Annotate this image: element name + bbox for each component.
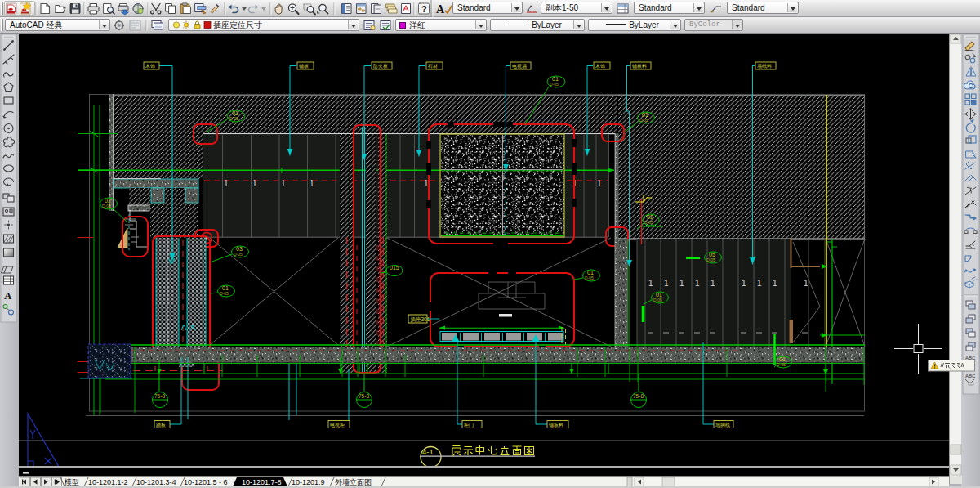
svg-text:D-05: D-05	[653, 298, 662, 302]
svg-text:铺板料: 铺板料	[548, 423, 564, 428]
svg-text:1: 1	[281, 179, 286, 188]
svg-text:05: 05	[709, 252, 715, 257]
svg-text:电视墙: 电视墙	[512, 63, 527, 69]
svg-text:踏板: 踏板	[156, 423, 166, 428]
svg-text:1: 1	[695, 279, 700, 288]
svg-text:1: 1	[757, 279, 762, 288]
svg-text:铺板料: 铺板料	[631, 64, 647, 69]
svg-text:墙纸料: 墙纸料	[757, 64, 772, 69]
svg-text:地脚线: 地脚线	[715, 422, 730, 428]
svg-text:1: 1	[710, 279, 715, 288]
svg-text:D-05: D-05	[234, 252, 243, 257]
svg-text:1: 1	[742, 279, 746, 288]
svg-text:75-8: 75-8	[633, 393, 644, 399]
svg-text:插座301: 插座301	[411, 316, 430, 323]
svg-text:1: 1	[252, 179, 257, 188]
svg-text:1: 1	[664, 279, 669, 288]
svg-text:A: A	[436, 3, 445, 16]
svg-text:01: 01	[656, 292, 662, 298]
svg-text:木饰: 木饰	[595, 64, 605, 69]
svg-text:01: 01	[552, 76, 559, 82]
svg-text:10-1201.1-2: 10-1201.1-2	[88, 478, 128, 486]
svg-text:02: 02	[105, 198, 111, 204]
svg-text:D-05: D-05	[644, 220, 653, 225]
svg-text:D-05: D-05	[777, 362, 786, 367]
svg-text:1: 1	[648, 279, 653, 288]
svg-text:01: 01	[587, 270, 594, 275]
svg-text:D-05: D-05	[706, 257, 715, 262]
svg-text:模型: 模型	[64, 478, 79, 486]
svg-text:1: 1	[310, 179, 314, 188]
svg-text:D-05: D-05	[229, 116, 238, 121]
svg-text:木饰: 木饰	[145, 64, 155, 69]
svg-text:10-1201.5 - 6: 10-1201.5 - 6	[184, 478, 228, 486]
svg-text:1: 1	[224, 179, 229, 188]
svg-text:10-1201.7-8: 10-1201.7-8	[242, 478, 282, 486]
svg-text:D-05: D-05	[639, 118, 648, 123]
svg-text:防火板: 防火板	[373, 63, 388, 69]
svg-text:015: 015	[390, 265, 399, 271]
svg-text:柜门: 柜门	[463, 422, 474, 428]
svg-text:75-8: 75-8	[154, 393, 165, 399]
svg-text:10-1201.3-4: 10-1201.3-4	[136, 478, 176, 486]
svg-text:D-05: D-05	[550, 82, 559, 87]
svg-text:02: 02	[647, 214, 653, 220]
svg-text:03: 03	[236, 246, 243, 252]
svg-text:D-05: D-05	[102, 204, 111, 208]
svg-text:A: A	[4, 289, 12, 302]
svg-text:1: 1	[773, 279, 777, 288]
svg-text:外墙立面图: 外墙立面图	[335, 478, 372, 486]
svg-text:4-1: 4-1	[422, 447, 434, 456]
svg-text:01: 01	[232, 110, 238, 116]
svg-text:ABC: ABC	[965, 374, 976, 378]
svg-text:电视柜: 电视柜	[330, 422, 345, 428]
svg-text:1: 1	[597, 179, 602, 188]
svg-text:01: 01	[642, 112, 648, 118]
svg-text:D-05: D-05	[220, 291, 229, 296]
svg-text:铺板: 铺板	[298, 64, 309, 69]
svg-text:75-8: 75-8	[359, 393, 369, 399]
svg-text:01: 01	[222, 285, 229, 291]
svg-text:石材: 石材	[427, 63, 438, 69]
svg-text:10-1201.9: 10-1201.9	[292, 478, 325, 486]
svg-text:D-05: D-05	[585, 275, 594, 280]
svg-text:1: 1	[679, 279, 684, 288]
svg-text:01: 01	[779, 356, 786, 362]
svg-text:1: 1	[804, 279, 808, 288]
svg-text:?: ?	[421, 4, 427, 14]
